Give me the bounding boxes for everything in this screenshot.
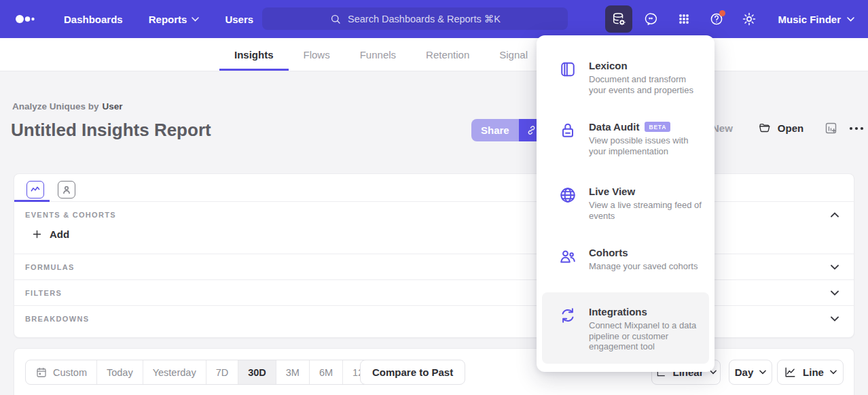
menu-item-integrations[interactable]: Integrations Connect Mixpanel to a data … [542,292,709,364]
data-management-button[interactable] [605,5,632,33]
date-range-control: Custom Today Yesterday 7D 30D 3M 6M 12M [25,360,382,385]
data-management-menu: Lexicon Document and transform your even… [537,35,715,372]
range-30d[interactable]: 30D [238,360,276,384]
section-filters-header[interactable]: FILTERS [14,280,854,305]
menu-item-title: Lexicon [589,60,702,71]
new-report-button[interactable]: New [712,122,733,134]
chevron-down-icon [847,17,854,22]
section-events-header[interactable]: EVENTS & COHORTS [14,202,854,227]
compare-to-past-button[interactable]: Compare to Past [360,360,465,385]
section-formulas-header[interactable]: FORMULAS [14,254,854,279]
menu-item-title: Cohorts [589,247,702,258]
chevron-down-icon [830,370,837,375]
menu-item-title: Integrations [589,306,702,317]
menu-item-desc: Document and transform your events and p… [589,74,702,95]
section-label: FILTERS [25,289,62,297]
tab-label: Flows [304,49,330,61]
interval-select[interactable]: Day [729,360,772,385]
tab-signal[interactable]: Signal [484,38,543,71]
range-label: Yesterday [153,367,196,378]
share-button[interactable]: Share [471,119,519,141]
subtitle-entity[interactable]: User [103,101,123,111]
sync-arrows-icon [558,306,577,364]
report-subtitle: Analyze Uniques byUser [12,101,123,111]
nav-item-users[interactable]: Users [217,8,261,31]
menu-item-live-view[interactable]: Live View View a live streaming feed of … [542,186,709,221]
section-breakdowns-header[interactable]: BREAKDOWNS [14,306,854,331]
range-6m[interactable]: 6M [310,360,343,384]
chevron-down-icon[interactable] [831,316,839,322]
apps-grid-button[interactable] [670,5,698,33]
range-custom[interactable]: Custom [26,360,97,384]
open-report-button[interactable]: Open [757,122,803,135]
range-label: 7D [216,367,229,378]
open-label: Open [778,122,803,134]
add-to-dashboard-button[interactable] [824,121,838,135]
page-title[interactable]: Untitled Insights Report [11,120,211,141]
folder-icon [757,122,772,135]
tab-flows[interactable]: Flows [289,38,345,71]
chevron-down-icon[interactable] [831,290,839,296]
chart-type-label: Line [803,366,824,378]
menu-item-desc: Manage your saved cohorts [589,261,702,272]
search-input[interactable]: Search Dashboards & Reports ⌘K [262,7,568,30]
tab-insights[interactable]: Insights [219,38,289,71]
menu-item-title: Data Audit BETA [589,121,702,133]
range-label: 3M [286,367,300,378]
search-placeholder: Search Dashboards & Reports ⌘K [348,14,501,24]
plus-icon [32,229,42,239]
menu-item-cohorts[interactable]: Cohorts Manage your saved cohorts [542,247,709,272]
nav-label: Users [225,14,253,25]
tab-label: Signal [499,49,528,61]
menu-item-data-audit[interactable]: Data Audit BETA View possible issues wit… [542,121,709,156]
link-icon [526,124,537,136]
query-mode-tabs [14,174,854,202]
lexicon-book-icon [558,60,577,95]
section-events-cohorts: EVENTS & COHORTS Add [14,202,854,254]
query-builder-card: EVENTS & COHORTS Add FORMULAS FILTERS BR… [14,173,854,338]
menu-item-desc: Connect Mixpanel to a data pipeline or c… [589,320,702,352]
chart-type-select[interactable]: Line [777,360,844,385]
report-tabbar: Insights Flows Funnels Retention Signal … [0,38,868,71]
help-button[interactable] [703,5,730,33]
share-split-button: Share [471,119,545,141]
section-breakdowns: BREAKDOWNS [14,306,854,331]
section-label: BREAKDOWNS [25,315,89,323]
chevron-down-icon[interactable] [831,264,839,270]
settings-button[interactable] [736,5,763,33]
nav-item-dashboards[interactable]: Dashboards [56,8,131,31]
menu-item-desc: View a live streaming feed of events [589,200,702,221]
range-3m[interactable]: 3M [276,360,310,384]
add-label: Add [50,228,69,240]
chart-toolbar-card: Custom Today Yesterday 7D 30D 3M 6M 12M … [14,348,854,395]
tab-funnels[interactable]: Funnels [345,38,411,71]
calendar-icon [35,366,48,379]
menu-item-lexicon[interactable]: Lexicon Document and transform your even… [542,60,709,95]
range-today[interactable]: Today [97,360,143,384]
beta-badge: BETA [645,122,670,132]
project-name: Music Finder [778,14,841,25]
events-mode-tab[interactable] [20,178,51,201]
add-to-dashboard-icon [824,121,838,135]
range-7d[interactable]: 7D [206,360,239,384]
tab-label: Funnels [360,49,396,61]
range-yesterday[interactable]: Yesterday [143,360,206,384]
chevron-up-icon[interactable] [831,212,839,218]
share-label: Share [481,124,509,136]
gear-icon [742,12,757,27]
notification-dot [719,10,725,16]
apps-grid-icon [677,12,691,26]
range-label: Today [107,367,133,378]
messages-button[interactable] [638,5,665,33]
more-options-button[interactable] [849,126,864,131]
section-label: EVENTS & COHORTS [25,211,116,219]
nav-item-reports[interactable]: Reports [141,8,208,31]
tab-retention[interactable]: Retention [411,38,484,71]
add-event-button[interactable]: Add [14,227,96,254]
tab-label: Retention [426,49,469,61]
chat-bubble-icon [644,12,659,27]
project-switcher[interactable]: Music Finder [778,14,854,25]
users-mode-tab[interactable] [51,178,82,201]
nav-label: Reports [149,14,187,25]
mixpanel-logo-icon[interactable] [15,14,35,24]
